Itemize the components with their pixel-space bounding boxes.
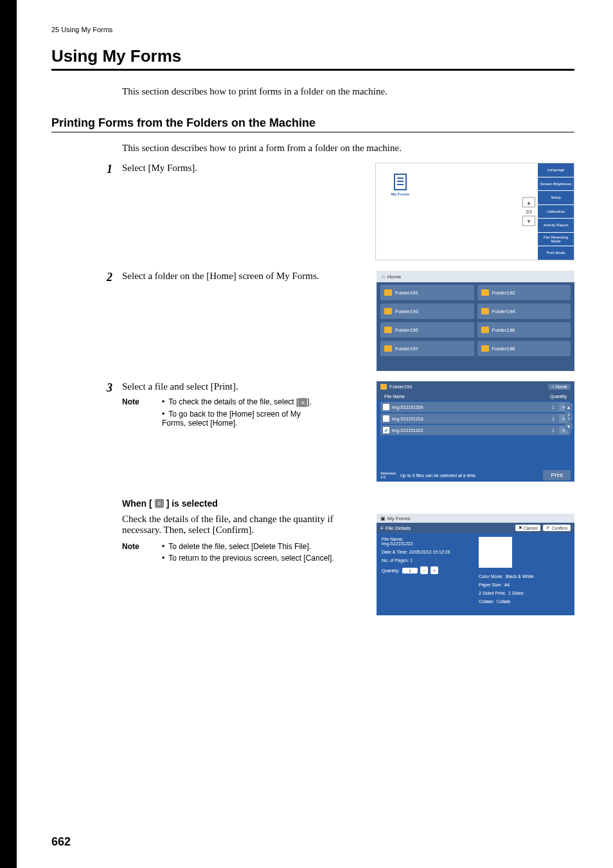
datetime-value: Date & Time: 22/05/2013 15:12:26 xyxy=(382,550,472,554)
colormode-label: Color Mode: xyxy=(479,574,503,579)
my-forms-label: My Forms xyxy=(391,192,409,196)
thumbnail xyxy=(479,537,512,568)
brightness-button[interactable]: Screen Brightness xyxy=(538,177,574,192)
folder-icon xyxy=(384,345,392,352)
screenshot-home: My Forms ▲ 3/3 ▼ Language Screen Brightn… xyxy=(375,163,574,260)
checkbox[interactable] xyxy=(383,427,389,433)
note-label: Note xyxy=(122,542,150,565)
column-filename: File Name xyxy=(384,394,405,399)
note-item: To check the details of the file, select… xyxy=(162,397,321,407)
folder-icon xyxy=(384,308,392,314)
folder-item[interactable]: Folder196 xyxy=(477,322,571,338)
running-header: 25 Using My Forms xyxy=(51,26,574,33)
collate-label: Collate: xyxy=(479,599,494,604)
screenshot-folders: ⌂Home Folder191 Folder192 Folder193 Fold… xyxy=(377,271,574,371)
cancel-button[interactable]: ✖Cancel xyxy=(515,525,541,531)
folder-icon xyxy=(384,289,392,296)
page-number: 662 xyxy=(51,835,71,849)
page-down-button[interactable]: ▼ xyxy=(522,216,535,226)
folder-icon xyxy=(380,384,387,390)
folder-icon xyxy=(481,345,489,352)
folder-item[interactable]: Folder191 xyxy=(380,285,474,300)
folder-icon xyxy=(481,327,489,333)
quantity-label: Quantity: xyxy=(382,568,400,573)
page-indicator: 1 1 xyxy=(565,412,573,421)
colormode-value: Black & White xyxy=(506,574,534,579)
folders-breadcrumb: ⌂Home xyxy=(377,271,574,282)
folder-item[interactable]: Folder193 xyxy=(380,303,474,319)
home-icon: ⌂ xyxy=(382,274,385,280)
page-indicator: 3/3 xyxy=(526,210,532,214)
setup-button[interactable]: Setup xyxy=(538,191,574,205)
file-row[interactable]: img-5221512221≡ xyxy=(380,425,571,435)
check-icon: ✔ xyxy=(546,525,550,530)
column-quantity: Quantity xyxy=(550,394,567,399)
quantity-value: 1 xyxy=(402,568,418,574)
checkbox[interactable] xyxy=(383,415,389,422)
subsection-body: Check the details of the file, and chang… xyxy=(122,514,373,536)
note-item: To return to the previous screen, select… xyxy=(162,554,334,563)
pages-value: No. of Pages: 1 xyxy=(382,558,472,563)
print-button[interactable]: Print xyxy=(543,470,571,480)
step-1-text: Select [My Forms]. xyxy=(122,163,321,174)
calibration-button[interactable]: Calibration xyxy=(538,205,574,219)
step-1-number: 1 xyxy=(107,163,122,176)
quantity-plus-button[interactable]: + xyxy=(431,566,438,574)
folder-item[interactable]: Folder197 xyxy=(380,341,474,356)
document-icon xyxy=(393,173,408,191)
collate-value: Collate xyxy=(497,599,511,604)
activity-report-button[interactable]: Activity Report xyxy=(538,219,574,233)
details-icon: ≡ xyxy=(155,499,164,508)
filename-label: File Name: xyxy=(382,537,404,541)
intro-text: This section describes how to print form… xyxy=(122,86,574,97)
step-2-text: Select a folder on the [Home] screen of … xyxy=(122,271,321,282)
sidedprint-value: 1 Sided xyxy=(508,591,524,595)
step-3-number: 3 xyxy=(107,381,122,395)
sidedprint-label: 2 Sided Print: xyxy=(479,591,506,595)
my-forms-tile[interactable]: My Forms xyxy=(380,167,421,202)
fax-mode-button[interactable]: Fax Receiving Mode xyxy=(538,233,574,247)
papersize-value: A4 xyxy=(504,583,510,587)
screenshot-details: ▣My Forms ≡File Details ✖Cancel ✔Confirm… xyxy=(377,514,574,615)
subsection-title: When [≡] is selected xyxy=(122,498,574,509)
section-intro: This section describes how to print a fo… xyxy=(122,143,574,154)
folder-item[interactable]: Folder195 xyxy=(380,322,474,338)
folder-item[interactable]: Folder198 xyxy=(477,341,571,356)
folder-item[interactable]: Folder192 xyxy=(477,285,571,300)
step-2-number: 2 xyxy=(107,271,122,284)
details-icon: ≡ xyxy=(298,398,307,407)
quantity-minus-button[interactable]: − xyxy=(420,566,428,574)
file-row[interactable]: img-5221512181≡ xyxy=(380,413,571,424)
screenshot-files: Folder191 ⌂Home File Name Quantity img-5… xyxy=(377,381,574,482)
note-item: To delete the file, select [Delete This … xyxy=(162,542,334,551)
page-title: Using My Forms xyxy=(51,46,574,71)
papersize-label: Paper Size: xyxy=(479,583,502,587)
details-icon: ≡ xyxy=(380,525,384,531)
step-3-text: Select a file and select [Print]. Note T… xyxy=(122,381,321,430)
print-mode-button[interactable]: Print Mode xyxy=(538,246,574,260)
selection-message: Up to 6 files can be selected at a time. xyxy=(400,473,477,478)
side-tab xyxy=(0,0,17,868)
details-breadcrumb: ▣My Forms xyxy=(377,514,574,523)
note-item: To go back to the [Home] screen of My Fo… xyxy=(162,410,321,428)
folder-icon xyxy=(481,308,489,314)
home-icon: ⌂ xyxy=(551,384,554,389)
language-button[interactable]: Language xyxy=(538,163,574,177)
file-row[interactable]: img-5221512091≡ xyxy=(380,402,571,412)
close-icon: ✖ xyxy=(519,525,522,530)
folder-title: Folder191 xyxy=(389,384,413,390)
filename-value: img-522151222 xyxy=(382,541,413,546)
folder-item[interactable]: Folder194 xyxy=(477,303,571,319)
folder-icon xyxy=(384,327,392,333)
note-label: Note xyxy=(122,397,150,430)
document-icon: ▣ xyxy=(380,516,386,521)
confirm-button[interactable]: ✔Confirm xyxy=(543,525,571,531)
checkbox[interactable] xyxy=(383,404,389,410)
scroll-up-button[interactable]: ▲ xyxy=(565,403,573,411)
folder-icon xyxy=(481,289,489,296)
details-title: File Details xyxy=(386,525,411,531)
page-up-button[interactable]: ▲ xyxy=(522,197,535,208)
scroll-down-button[interactable]: ▼ xyxy=(565,422,573,430)
selected-count: 1/3 xyxy=(380,475,396,479)
home-button[interactable]: ⌂Home xyxy=(548,384,571,390)
